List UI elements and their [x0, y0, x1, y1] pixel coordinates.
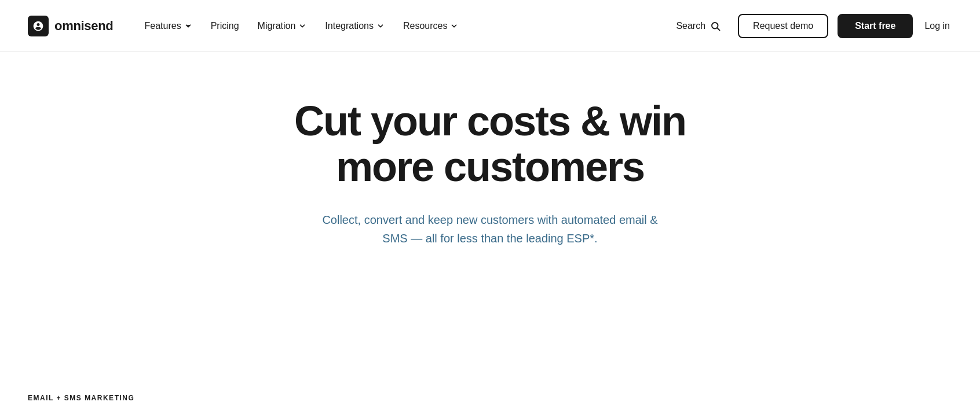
nav-link-features[interactable]: Features: [137, 16, 200, 36]
omnisend-icon: [32, 20, 44, 32]
search-label: Search: [676, 21, 705, 31]
logo[interactable]: omnisend: [28, 16, 114, 36]
nav-left: omnisend Features Pricing Migration: [28, 16, 466, 36]
hero-title: Cut your costs & win more customers: [253, 98, 727, 190]
nav-links: Features Pricing Migration: [137, 16, 467, 36]
nav-right: Search Request demo Start free Log in: [668, 14, 952, 38]
nav-link-integrations[interactable]: Integrations: [317, 16, 393, 36]
search-icon: [710, 21, 721, 31]
hero-subtitle: Collect, convert and keep new customers …: [310, 211, 670, 248]
navbar: omnisend Features Pricing Migration: [0, 0, 980, 52]
search-button[interactable]: Search: [668, 16, 729, 36]
brand-name: omnisend: [54, 19, 114, 34]
chevron-down-icon-integrations: [376, 22, 385, 30]
nav-link-pricing[interactable]: Pricing: [203, 16, 247, 36]
svg-line-1: [717, 28, 719, 30]
nav-link-migration[interactable]: Migration: [250, 16, 315, 36]
chevron-down-icon-resources: [450, 22, 458, 30]
chevron-down-icon: [184, 22, 192, 30]
bottom-category-label: EMAIL + SMS MARKETING: [28, 387, 134, 409]
login-link[interactable]: Log in: [922, 16, 952, 36]
chevron-down-icon-migration: [298, 22, 306, 30]
logo-icon: [28, 16, 49, 36]
hero-section: Cut your costs & win more customers Coll…: [0, 52, 980, 305]
start-free-button[interactable]: Start free: [838, 14, 913, 38]
nav-link-resources[interactable]: Resources: [395, 16, 466, 36]
request-demo-button[interactable]: Request demo: [738, 14, 828, 38]
